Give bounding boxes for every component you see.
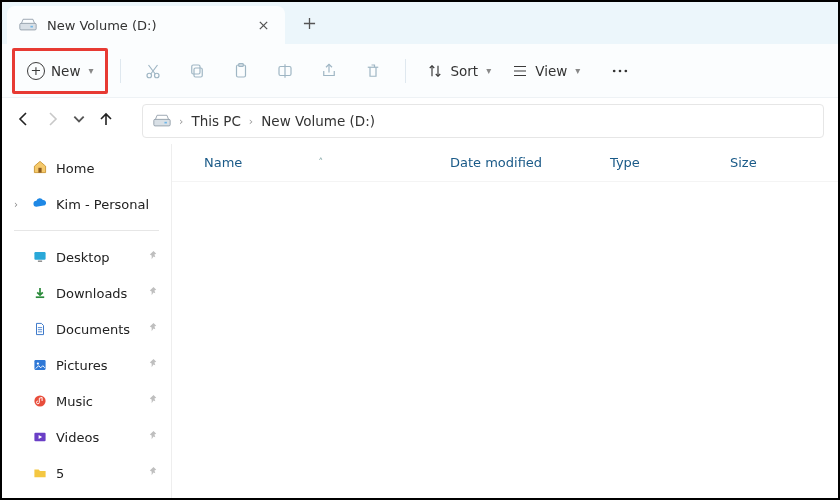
close-icon[interactable] [257,18,271,32]
picture-icon [32,357,48,373]
document-icon [32,321,48,337]
svg-point-10 [619,69,622,72]
sidebar-item-desktop[interactable]: Desktop [8,241,165,273]
col-name[interactable]: Name ˄ [172,155,442,170]
sort-button[interactable]: Sort ▾ [418,53,499,89]
more-button[interactable] [600,51,640,91]
sidebar-item-videos[interactable]: Videos [8,421,165,453]
breadcrumb-current[interactable]: New Volume (D:) [261,113,375,129]
chevron-down-icon: ▾ [575,65,580,76]
pin-icon [148,286,159,300]
separator [405,59,406,83]
paste-button[interactable] [221,51,261,91]
col-type[interactable]: Type [602,155,722,170]
svg-point-19 [34,395,45,406]
music-icon [32,393,48,409]
drive-icon [19,19,37,31]
svg-rect-4 [194,68,202,77]
sidebar-item-label: Home [56,161,94,176]
svg-rect-5 [192,65,200,74]
sidebar-item-label: Desktop [56,250,110,265]
sidebar-item-5[interactable]: 5 [8,457,165,489]
desktop-icon [32,249,48,265]
tab-strip: New Volume (D:) [2,2,838,44]
sidebar-item-label: 5 [56,466,64,481]
drive-icon [153,115,171,127]
delete-button[interactable] [353,51,393,91]
video-icon [32,429,48,445]
sidebar-item-onedrive[interactable]: › Kim - Personal [8,188,165,220]
svg-rect-14 [38,167,41,172]
main-pane: Name ˄ Date modified Type Size [172,144,838,498]
pin-icon [148,250,159,264]
pin-icon [148,322,159,336]
sidebar-item-label: Kim - Personal [56,197,149,212]
forward-button[interactable] [44,111,60,131]
sidebar-item-label: Music [56,394,93,409]
pin-icon [148,358,159,372]
folder-icon [32,465,48,481]
recent-button[interactable] [72,112,86,130]
svg-rect-15 [34,252,45,260]
breadcrumb-root[interactable]: This PC [191,113,240,129]
view-label: View [535,63,567,79]
home-icon [32,159,48,178]
rename-button[interactable] [265,51,305,91]
up-button[interactable] [98,111,114,131]
pin-icon [148,466,159,480]
new-button-highlight: + New ▾ [12,48,108,94]
explorer-window: New Volume (D:) + New ▾ [0,0,840,500]
copy-button[interactable] [177,51,217,91]
col-date-label: Date modified [450,155,542,170]
sidebar-item-label: Videos [56,430,99,445]
view-button[interactable]: View ▾ [503,53,588,89]
share-button[interactable] [309,51,349,91]
pin-icon [148,394,159,408]
col-size[interactable]: Size [722,155,838,170]
sidebar-item-downloads[interactable]: Downloads [8,277,165,309]
toolbar: + New ▾ Sort ▾ [2,44,838,98]
nav-arrows [16,111,114,131]
svg-rect-13 [164,122,166,124]
chevron-down-icon: ▾ [88,65,93,76]
sidebar-item-music[interactable]: Music [8,385,165,417]
separator [120,59,121,83]
sort-label: Sort [450,63,478,79]
new-tab-button[interactable] [295,8,325,38]
body: Home › Kim - Personal DesktopDownloadsDo… [2,144,838,498]
svg-rect-0 [20,23,36,30]
col-name-label: Name [204,155,242,170]
sidebar-item-documents[interactable]: Documents [8,313,165,345]
separator [14,230,159,231]
svg-rect-12 [154,119,170,126]
chevron-right-icon: › [14,199,24,210]
column-headers: Name ˄ Date modified Type Size [172,144,838,182]
tab-active[interactable]: New Volume (D:) [7,6,285,44]
back-button[interactable] [16,111,32,131]
svg-point-9 [613,69,616,72]
nav-row: › This PC › New Volume (D:) [2,98,838,144]
cut-button[interactable] [133,51,173,91]
new-button[interactable]: + New ▾ [17,53,103,89]
col-date[interactable]: Date modified [442,155,602,170]
breadcrumb[interactable]: › This PC › New Volume (D:) [142,104,824,138]
sidebar-item-label: Downloads [56,286,127,301]
sidebar-item-pictures[interactable]: Pictures [8,349,165,381]
sidebar-item-label: Documents [56,322,130,337]
col-type-label: Type [610,155,640,170]
chevron-down-icon: ▾ [486,65,491,76]
tab-title: New Volume (D:) [47,18,157,33]
sidebar-item-home[interactable]: Home [8,152,165,184]
file-list-empty [172,182,838,498]
new-button-label: New [51,63,80,79]
sidebar: Home › Kim - Personal DesktopDownloadsDo… [2,144,172,498]
quick-access-list: DesktopDownloadsDocumentsPicturesMusicVi… [8,241,165,489]
pin-icon [148,430,159,444]
svg-rect-16 [38,261,42,262]
sidebar-item-label: Pictures [56,358,107,373]
svg-point-11 [625,69,628,72]
col-size-label: Size [730,155,757,170]
chevron-right-icon: › [249,115,253,128]
sort-asc-icon: ˄ [318,157,323,168]
plus-circle-icon: + [27,62,45,80]
